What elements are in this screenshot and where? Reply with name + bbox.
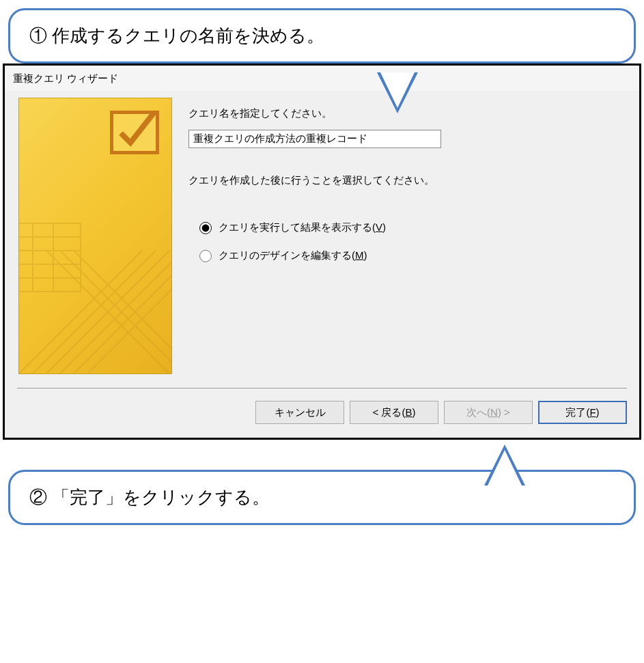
svg-line-8 [33, 251, 156, 373]
dialog-button-row: キャンセル < 戻る(B) 次へ(N) > 完了(F) [5, 389, 639, 438]
annotation-callout-bottom: ② 「完了」をクリックする。 [8, 470, 636, 525]
radio-option-view[interactable]: クエリを実行して結果を表示する(V) [188, 221, 626, 234]
svg-line-14 [60, 251, 172, 373]
annotation-callout-top: ① 作成するクエリの名前を決める。 [8, 8, 636, 64]
callout-pointer-icon [377, 72, 418, 113]
after-create-label: クエリを作成した後に行うことを選択してください。 [188, 174, 626, 187]
annotation-text: ② 「完了」をクリックする。 [29, 487, 270, 507]
radio-view-input[interactable] [199, 222, 212, 234]
decorative-lines-icon [19, 196, 172, 373]
radio-modify-input[interactable] [199, 250, 212, 262]
annotation-text: ① 作成するクエリの名前を決める。 [29, 25, 324, 46]
query-name-input[interactable] [188, 130, 441, 148]
radio-view-label[interactable]: クエリを実行して結果を表示する(V) [219, 221, 386, 234]
wizard-decorative-image [18, 98, 172, 374]
radio-option-modify[interactable]: クエリのデザインを編集する(M) [188, 249, 626, 262]
next-button: 次へ(N) > [444, 401, 533, 424]
dialog-title: 重複クエリ ウィザード [5, 66, 639, 91]
wizard-content: クエリ名を指定してください。 クエリを作成した後に行うことを選択してください。 … [188, 98, 626, 374]
cancel-button[interactable]: キャンセル [255, 401, 344, 424]
svg-line-10 [60, 251, 172, 373]
back-button[interactable]: < 戻る(B) [350, 401, 438, 424]
svg-line-12 [87, 251, 172, 373]
svg-rect-0 [19, 223, 81, 292]
callout-pointer-icon [484, 445, 525, 485]
checkmark-icon [110, 111, 159, 154]
radio-modify-label[interactable]: クエリのデザインを編集する(M) [219, 249, 367, 262]
finish-button[interactable]: 完了(F) [538, 401, 627, 424]
dialog-body: クエリ名を指定してください。 クエリを作成した後に行うことを選択してください。 … [5, 91, 639, 388]
dialog-window: 重複クエリ ウィザード クエリ名を指定 [3, 64, 641, 440]
